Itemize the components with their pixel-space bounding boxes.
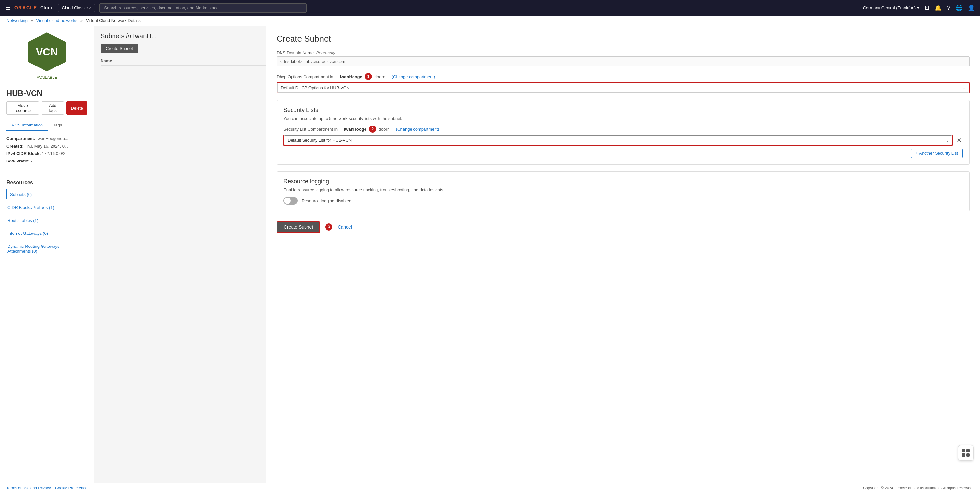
- resource-logging-section: Resource logging Enable resource logging…: [277, 171, 970, 212]
- nav-right: Germany Central (Frankfurt) ▾ ⊡ 🔔 ? 🌐 👤: [863, 4, 975, 11]
- help-grid-icon: [962, 449, 970, 457]
- top-navigation: ☰ ORACLE Cloud Cloud Classic > Germany C…: [0, 0, 980, 16]
- security-list-compartment-label: Security List Compartment in IwanHooge 2…: [283, 126, 963, 133]
- compartment-row: Compartment: IwanHoogendo...: [6, 136, 87, 141]
- security-list-change-compartment-link[interactable]: (Change compartment): [396, 127, 439, 132]
- resource-item-route-tables[interactable]: Route Tables (1): [6, 215, 87, 226]
- breadcrumb-sep-2: »: [80, 18, 83, 23]
- step-badge-3: 3: [325, 223, 332, 231]
- resource-item-cidr[interactable]: CIDR Blocks/Prefixes (1): [6, 202, 87, 212]
- security-lists-title: Security Lists: [283, 107, 963, 113]
- user-icon[interactable]: 👤: [968, 4, 975, 11]
- terms-of-use-link[interactable]: Terms of Use and Privacy: [6, 486, 51, 490]
- add-security-list-row: + Another Security List: [283, 149, 963, 158]
- dhcp-section: Dhcp Options Compartment in IwanHooge 1 …: [277, 73, 970, 94]
- security-list-select[interactable]: Default Security List for HUB-VCN: [284, 135, 952, 145]
- resources-section: Resources Subnets (0) CIDR Blocks/Prefix…: [0, 174, 94, 261]
- resources-title: Resources: [6, 180, 87, 186]
- resource-logging-toggle-row: Resource logging disabled: [283, 197, 963, 205]
- dns-domain-label: DNS Domain Name Read-only: [277, 50, 970, 55]
- delete-button[interactable]: Delete: [67, 101, 87, 115]
- footer-copyright: Copyright © 2024, Oracle and/or its affi…: [863, 486, 974, 490]
- form-actions: Create Subnet 3 Cancel: [277, 218, 970, 233]
- create-subnet-button[interactable]: Create Subnet: [100, 44, 138, 53]
- resource-item-subnets[interactable]: Subnets (0): [6, 189, 87, 199]
- breadcrumb-detail: Virtual Cloud Network Details: [86, 18, 141, 23]
- created-row: Created: Thu, May 16, 2024, 0...: [6, 144, 87, 149]
- resource-logging-description: Enable resource logging to allow resourc…: [283, 188, 963, 192]
- security-lists-description: You can associate up to 5 network securi…: [283, 116, 963, 121]
- vcn-status-badge: AVAILABLE: [6, 75, 87, 83]
- ipv4-cidr-row: IPv4 CIDR Block: 172.16.0.0/2...: [6, 151, 87, 156]
- vcn-tabs: VCN Information Tags: [0, 120, 94, 131]
- help-button[interactable]: [958, 445, 974, 461]
- breadcrumb-vcn[interactable]: Virtual cloud networks: [36, 18, 78, 23]
- dhcp-change-compartment-link[interactable]: (Change compartment): [392, 74, 435, 79]
- app-layout: Networking » Virtual cloud networks » Vi…: [0, 16, 980, 493]
- tab-vcn-information[interactable]: VCN Information: [6, 120, 48, 131]
- move-resource-button[interactable]: Move resource: [6, 101, 39, 115]
- security-list-row: Default Security List for HUB-VCN ✕: [283, 135, 963, 146]
- breadcrumb-networking[interactable]: Networking: [6, 18, 27, 23]
- remove-security-list-button[interactable]: ✕: [955, 138, 963, 143]
- create-subnet-submit-button[interactable]: Create Subnet: [277, 221, 320, 233]
- content-area: VCN AVAILABLE HUB-VCN Move resource Add …: [0, 26, 980, 483]
- oracle-logo: ORACLE Cloud: [14, 5, 54, 10]
- breadcrumb: Networking » Virtual cloud networks » Vi…: [0, 16, 980, 26]
- dhcp-select-wrapper: Default DHCP Options for HUB-VCN: [277, 82, 970, 94]
- left-panel: VCN AVAILABLE HUB-VCN Move resource Add …: [0, 26, 94, 483]
- vcn-actions: Move resource Add tags Delete: [0, 101, 94, 120]
- security-list-select-wrapper: Default Security List for HUB-VCN: [283, 135, 953, 146]
- vcn-info: Compartment: IwanHoogendo... Created: Th…: [0, 131, 94, 171]
- vcn-name: HUB-VCN: [0, 89, 94, 101]
- bell-icon[interactable]: 🔔: [935, 4, 942, 11]
- footer: Terms of Use and Privacy Cookie Preferen…: [0, 483, 980, 493]
- resource-item-internet-gateways[interactable]: Internet Gateways (0): [6, 228, 87, 239]
- add-tags-button[interactable]: Add tags: [41, 101, 64, 115]
- region-selector[interactable]: Germany Central (Frankfurt) ▾: [863, 5, 920, 10]
- step-badge-2: 2: [369, 126, 376, 133]
- dhcp-compartment-label: Dhcp Options Compartment in IwanHooge 1 …: [277, 73, 970, 80]
- dns-domain-section: DNS Domain Name Read-only: [277, 50, 970, 67]
- breadcrumb-sep-1: »: [31, 18, 33, 23]
- resource-item-drg[interactable]: Dynamic Routing GatewaysAttachments (0): [6, 241, 87, 256]
- resource-logging-toggle[interactable]: [283, 197, 298, 205]
- search-input[interactable]: [99, 3, 307, 13]
- create-subnet-title: Create Subnet: [277, 34, 970, 44]
- tab-tags[interactable]: Tags: [48, 120, 67, 131]
- resource-logging-title: Resource logging: [283, 178, 963, 185]
- resource-logging-toggle-label: Resource logging disabled: [302, 199, 351, 204]
- footer-left: Terms of Use and Privacy Cookie Preferen…: [6, 486, 89, 490]
- create-subnet-panel: Create Subnet DNS Domain Name Read-only …: [266, 26, 980, 483]
- step-badge-1: 1: [365, 73, 372, 80]
- vcn-header: VCN AVAILABLE: [0, 26, 94, 89]
- add-security-list-button[interactable]: + Another Security List: [911, 149, 963, 158]
- ipv6-prefix-row: IPv6 Prefix: -: [6, 159, 87, 164]
- security-lists-section: Security Lists You can associate up to 5…: [277, 100, 970, 165]
- globe-icon[interactable]: 🌐: [955, 4, 963, 11]
- cookie-preferences-link[interactable]: Cookie Preferences: [55, 486, 89, 490]
- vcn-hexagon-icon: VCN: [27, 32, 67, 72]
- hamburger-menu[interactable]: ☰: [5, 4, 10, 11]
- cancel-link[interactable]: Cancel: [337, 224, 352, 230]
- help-icon[interactable]: ?: [947, 5, 950, 11]
- main-content: Subnets in IwanH... Create Subnet Name C…: [94, 26, 980, 483]
- dns-domain-input: [277, 56, 970, 67]
- dhcp-select[interactable]: Default DHCP Options for HUB-VCN: [277, 83, 969, 93]
- cloud-classic-button[interactable]: Cloud Classic >: [58, 4, 95, 12]
- console-icon[interactable]: ⊡: [924, 4, 929, 11]
